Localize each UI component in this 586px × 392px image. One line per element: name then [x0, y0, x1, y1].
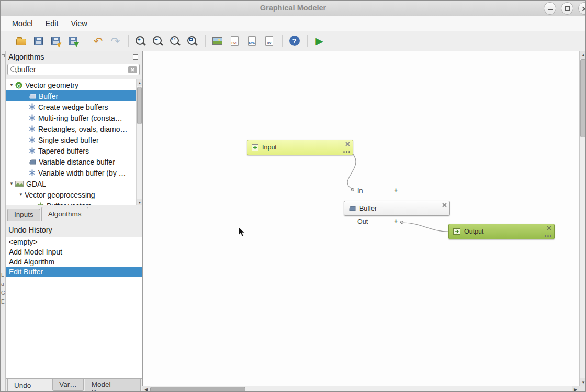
tab-undo-history[interactable]: Undo H… — [7, 379, 51, 392]
tree-item-tapered-buffers[interactable]: Tapered buffers — [6, 145, 136, 156]
tree-item-create-wedge-buffers[interactable]: Create wedge buffers — [6, 101, 136, 112]
tree-item-rectangles-ovals[interactable]: Rectangles, ovals, diamo… — [6, 123, 136, 134]
tab-algorithms[interactable]: Algorithms — [41, 207, 88, 221]
out-socket-expand[interactable]: + — [394, 217, 398, 225]
delete-node-icon[interactable] — [442, 203, 447, 207]
tree-item-buffer[interactable]: Buffer — [6, 90, 136, 101]
node-expand-dots[interactable] — [343, 151, 350, 153]
tree-group-vector-geoprocessing[interactable]: ▼ Vector geoprocessing — [6, 189, 136, 200]
save-icon — [34, 37, 43, 45]
clipped-dock-text: L — [1, 272, 4, 278]
undo-item-add-model-input[interactable]: Add Model Input — [6, 247, 142, 257]
out-socket-dot[interactable] — [400, 221, 403, 224]
algorithm-tree: ▼ Q Vector geometry Buffer Create wedge … — [6, 79, 142, 205]
maximize-button[interactable] — [561, 2, 573, 15]
redo-button[interactable]: ↷ — [107, 33, 123, 49]
algorithm-search-box — [7, 64, 140, 75]
float-panel-icon[interactable] — [133, 54, 138, 60]
search-input[interactable] — [17, 65, 128, 74]
model-input-node[interactable]: Input — [247, 140, 353, 155]
scroll-down-icon[interactable]: ▼ — [580, 378, 586, 386]
save-as-icon — [51, 37, 60, 45]
scrollbar-thumb[interactable] — [137, 87, 142, 124]
export-pdf-button[interactable]: PDF — [227, 33, 243, 49]
undo-button[interactable]: ↶ — [90, 33, 106, 49]
export-image-icon — [212, 37, 222, 45]
undo-item-empty[interactable]: <empty> — [6, 237, 142, 247]
run-model-button[interactable]: ▶ — [311, 33, 328, 49]
scrollbar-thumb[interactable] — [150, 387, 245, 392]
menu-model[interactable]: Model — [7, 17, 38, 30]
save-to-project-button[interactable] — [65, 33, 81, 49]
tree-item-buffer-vectors[interactable]: Buffer vectors — [6, 200, 136, 205]
zoom-out-button[interactable]: − — [150, 33, 166, 49]
toolbar: ↶ ↷ + − 1:1 PDF SVG py ? ▶ — [1, 31, 585, 51]
tree-scrollbar[interactable]: ▲ ▼ — [136, 79, 142, 205]
tree-item-multi-ring-buffer[interactable]: Multi-ring buffer (consta… — [6, 112, 136, 123]
undo-history-title: Undo History — [8, 226, 52, 234]
model-output-node[interactable]: Output — [448, 224, 555, 239]
zoom-in-button[interactable]: + — [132, 33, 149, 49]
node-expand-dots[interactable] — [545, 235, 551, 237]
tab-model-properties[interactable]: Model Prop… — [85, 379, 141, 392]
scroll-left-icon[interactable]: ◀ — [142, 386, 150, 392]
output-node-label: Output — [464, 228, 484, 235]
undo-item-edit-buffer[interactable]: Edit Buffer — [6, 267, 142, 277]
menu-edit[interactable]: Edit — [40, 17, 64, 30]
clear-search-icon[interactable] — [128, 66, 137, 73]
tree-item-variable-width-buffer[interactable]: Variable width buffer (by … — [6, 167, 136, 178]
scrollbar-thumb[interactable] — [580, 59, 586, 137]
open-model-button[interactable] — [13, 33, 29, 49]
buffer-node-label: Buffer — [359, 205, 377, 212]
delete-node-icon[interactable] — [547, 226, 551, 230]
scroll-right-icon[interactable]: ▶ — [572, 386, 579, 392]
in-socket-expand[interactable]: + — [394, 187, 398, 194]
zoom-full-button[interactable] — [184, 33, 200, 49]
in-socket-label: In — [357, 187, 363, 194]
qgis-icon: Q — [15, 82, 22, 89]
model-canvas[interactable]: Input In + Buffer Out + Output — [142, 51, 579, 386]
undo-item-add-algorithm[interactable]: Add Algorithm — [6, 257, 142, 267]
zoom-actual-button[interactable]: 1:1 — [167, 33, 183, 49]
tree-item-single-sided-buffer[interactable]: Single sided buffer — [6, 134, 136, 145]
scroll-up-icon[interactable]: ▲ — [137, 79, 142, 86]
export-image-button[interactable] — [209, 33, 226, 49]
mouse-cursor — [238, 227, 246, 237]
gdal-algorithm-icon — [37, 202, 44, 205]
minimize-button[interactable] — [544, 2, 556, 15]
algorithms-panel-title: Algorithms — [8, 53, 44, 61]
undo-history-list: <empty> Add Model Input Add Algorithm Ed… — [6, 237, 142, 379]
toolbar-separator — [86, 35, 86, 47]
buffer-algorithm-icon — [29, 93, 36, 99]
canvas-horizontal-scrollbar[interactable]: ◀ ▶ — [142, 386, 579, 392]
help-button[interactable]: ? — [286, 33, 302, 49]
save-model-as-button[interactable] — [48, 33, 64, 49]
buffer-icon — [348, 205, 356, 212]
export-svg-button[interactable]: SVG — [244, 33, 260, 49]
delete-node-icon[interactable] — [345, 142, 350, 146]
input-plus-icon — [252, 144, 258, 151]
scroll-up-icon[interactable]: ▲ — [580, 51, 586, 59]
export-python-button[interactable]: py — [261, 33, 277, 49]
export-svg-icon: SVG — [248, 36, 256, 46]
buffer-algorithm-node[interactable]: Buffer — [344, 201, 450, 216]
zoom-in-icon: + — [134, 35, 146, 47]
output-arrow-icon — [453, 228, 460, 235]
window-title: Graphical Modeler — [1, 1, 585, 16]
tree-group-vector-geometry[interactable]: ▼ Q Vector geometry — [6, 79, 136, 90]
canvas-vertical-scrollbar[interactable]: ▲ ▼ — [579, 51, 586, 386]
tab-inputs[interactable]: Inputs — [7, 209, 40, 221]
tab-variables[interactable]: Var… — [52, 379, 84, 391]
tree-group-gdal[interactable]: ▼ GDAL — [6, 178, 136, 189]
expand-arrow-icon[interactable]: ▼ — [8, 181, 15, 186]
tree-item-variable-distance-buffer[interactable]: Variable distance buffer — [6, 156, 136, 167]
save-model-button[interactable] — [30, 33, 47, 49]
expand-arrow-icon[interactable]: ▼ — [17, 192, 25, 197]
in-socket-dot[interactable] — [351, 188, 354, 191]
graphical-modeler-window: Graphical Modeler Model Edit View ↶ ↷ + … — [0, 0, 586, 392]
menu-view[interactable]: View — [66, 17, 93, 30]
expand-arrow-icon[interactable]: ▼ — [8, 83, 15, 87]
scroll-down-icon[interactable]: ▼ — [137, 199, 142, 205]
help-icon: ? — [289, 36, 300, 46]
clipped-dock-icon — [2, 54, 5, 57]
